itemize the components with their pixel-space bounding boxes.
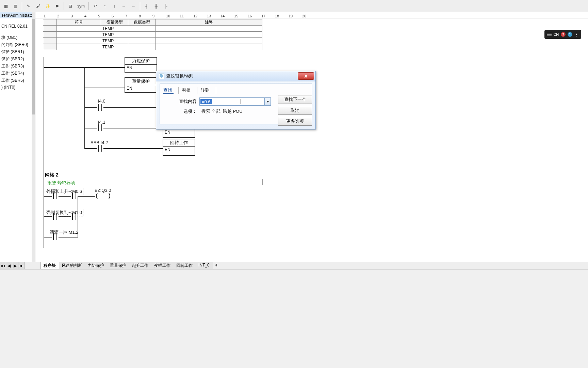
- contact[interactable]: [97, 145, 103, 152]
- cell-vartype[interactable]: TEMP: [101, 32, 128, 38]
- ime-lang[interactable]: CH: [553, 32, 559, 36]
- tree-item[interactable]: 工作 (SBR3): [0, 63, 35, 70]
- column-ruler: 1 2 3 4 5 6 7 8 9 10 11 12 13 14 15 16 1…: [35, 12, 588, 18]
- dialog-titlebar[interactable]: 查找/替换/转到 X: [156, 71, 315, 81]
- tab-weight[interactable]: 重量保护: [107, 262, 129, 269]
- variable-table[interactable]: 符号 变量类型 数据类型 注释 TEMP TEMP TEMP TEMP: [43, 19, 262, 50]
- tree-item[interactable]: 工作 (SBR4): [0, 70, 35, 77]
- ime-toolbar[interactable]: CH S ? ⋮: [544, 30, 581, 39]
- ime-options-icon[interactable]: ⋮: [574, 32, 579, 37]
- col-comment: 注释: [156, 19, 262, 26]
- toolbar-ladder-icon[interactable]: ⊟: [66, 2, 75, 11]
- toolbar-table-icon[interactable]: ▤: [11, 2, 20, 11]
- more-options-button[interactable]: 更多选项: [278, 117, 312, 126]
- find-input[interactable]: =0.6: [199, 97, 271, 106]
- wire: [44, 237, 52, 237]
- tree-item[interactable]: CN REL 02.01: [0, 23, 35, 29]
- ruler-mark: 20: [302, 14, 316, 18]
- find-next-button[interactable]: 查找下一个: [278, 95, 312, 104]
- ruler-mark: 1: [44, 14, 57, 18]
- toolbar-grid-icon[interactable]: ▦: [1, 2, 10, 11]
- wire: [84, 128, 85, 149]
- fb-weight-protect[interactable]: 重量保护 EN: [125, 77, 157, 93]
- tab-int0[interactable]: INT_0: [196, 262, 213, 269]
- toolbar-branch-close-icon[interactable]: ├: [161, 2, 170, 11]
- toolbar-right-icon[interactable]: →: [129, 2, 138, 11]
- contact[interactable]: [97, 104, 103, 111]
- ruler-mark: 16: [248, 14, 261, 18]
- ruler-mark: 5: [98, 14, 112, 18]
- cell-vartype[interactable]: TEMP: [101, 26, 128, 32]
- toolbar-sep: [64, 2, 64, 10]
- project-tree: sers\Administrator\I CN REL 02.01 块 (OB1…: [0, 12, 35, 269]
- toolbar-clear-icon[interactable]: ✖: [53, 2, 62, 11]
- toolbar-left-icon[interactable]: ←: [119, 2, 128, 11]
- tree-item[interactable]: 的判断 (SBR0): [0, 41, 35, 48]
- tab-nav-prev-icon[interactable]: ◀: [6, 262, 12, 269]
- tab-nav-next-icon[interactable]: ▶: [12, 262, 18, 269]
- tab-torque[interactable]: 力矩保护: [85, 262, 107, 269]
- fb-title: 力矩保护: [125, 58, 157, 65]
- toolbar-branch-mid-icon[interactable]: ╫: [152, 2, 161, 11]
- top-toolbar: ▦ ▤ ✎ 🖌 ✨ ✖ ⊟ sym ↶ ↑ ↓ ← → ┤ ╫ ├: [0, 0, 588, 12]
- cancel-button[interactable]: 取消: [278, 106, 312, 115]
- toolbar-undo-icon[interactable]: ↶: [91, 2, 100, 11]
- cell-vartype[interactable]: TEMP: [101, 38, 128, 44]
- ladder-diagram[interactable]: 力矩保护 EN 重量保护 EN I4.0 I4.1: [44, 57, 588, 248]
- wire: [84, 88, 125, 88]
- tab-goto[interactable]: 转到: [197, 87, 211, 94]
- fb-title: 回转工作: [163, 139, 195, 147]
- tab-slew[interactable]: 回转工作: [174, 262, 196, 269]
- contact[interactable]: [52, 233, 59, 240]
- close-button[interactable]: X: [298, 72, 314, 80]
- tab-replace[interactable]: 替换: [178, 87, 192, 94]
- tree-item[interactable]: 块 (OB1): [0, 34, 35, 41]
- contact[interactable]: [52, 213, 59, 220]
- contact[interactable]: [97, 124, 103, 131]
- coil[interactable]: [95, 193, 111, 199]
- ruler-mark: 10: [166, 14, 180, 18]
- tab-scrollbar[interactable]: [213, 262, 588, 269]
- tree-path[interactable]: sers\Administrator\I: [0, 12, 35, 18]
- fb-torque-protect[interactable]: 力矩保护 EN: [125, 57, 157, 73]
- contact[interactable]: [71, 193, 78, 199]
- fb-slew-work[interactable]: 回转工作 EN: [163, 139, 195, 156]
- tab-wind[interactable]: 风速的判断: [59, 262, 85, 269]
- tab-find[interactable]: 查找: [163, 87, 174, 94]
- toolbar-pencil-icon[interactable]: ✎: [24, 2, 33, 11]
- editor-area: 1 2 3 4 5 6 7 8 9 10 11 12 13 14 15 16 1…: [35, 12, 588, 269]
- tab-nav-first-icon[interactable]: ⏮: [0, 262, 6, 269]
- tree-item[interactable]: 保护 (SBR2): [0, 56, 35, 63]
- tab-nav-last-icon[interactable]: ⏭: [18, 262, 24, 269]
- toolbar-wand-icon[interactable]: ✨: [43, 2, 52, 11]
- tree-scrollbar[interactable]: [32, 12, 35, 269]
- fb-en-label: EN: [125, 65, 157, 71]
- tab-program-block[interactable]: 程序块: [41, 262, 59, 269]
- toolbar-sym-button[interactable]: sym: [76, 2, 86, 11]
- cell-vartype[interactable]: TEMP: [101, 44, 128, 50]
- ime-help-icon[interactable]: ?: [568, 32, 572, 37]
- ime-mode-icon[interactable]: S: [561, 32, 566, 37]
- ruler-mark: 18: [275, 14, 289, 18]
- dropdown-icon[interactable]: [264, 98, 271, 105]
- wire: [103, 107, 163, 108]
- ruler-mark: 8: [139, 14, 152, 18]
- ime-menu-icon[interactable]: [547, 33, 552, 36]
- tree-item[interactable]: ) (INT0): [0, 84, 35, 90]
- contact[interactable]: [71, 213, 78, 220]
- toolbar-up-icon[interactable]: ↑: [100, 2, 109, 11]
- tab-end: [216, 87, 221, 94]
- tab-hoist[interactable]: 起升工作: [129, 262, 151, 269]
- contact[interactable]: [52, 193, 59, 199]
- wire: [59, 237, 78, 237]
- toolbar-down-icon[interactable]: ↓: [110, 2, 119, 11]
- find-replace-dialog: 查找/替换/转到 X 查找 替换 转到 查找内容 =0.6 选项： 搜索 全部,…: [156, 71, 316, 129]
- toolbar-branch-open-icon[interactable]: ┤: [142, 2, 151, 11]
- tab-luff[interactable]: 变幅工作: [151, 262, 174, 269]
- tree-item[interactable]: 工作 (SBR5): [0, 77, 35, 84]
- wire: [78, 196, 95, 197]
- editor-tabs: ⏮ ◀ ▶ ⏭ 程序块 风速的判断 力矩保护 重量保护 起升工作 变幅工作 回转…: [0, 262, 588, 269]
- network-comment[interactable]: 报警 蜂鸣器响: [45, 179, 263, 185]
- tree-item[interactable]: 保护 (SBR1): [0, 48, 35, 56]
- toolbar-brush-icon[interactable]: 🖌: [34, 2, 43, 11]
